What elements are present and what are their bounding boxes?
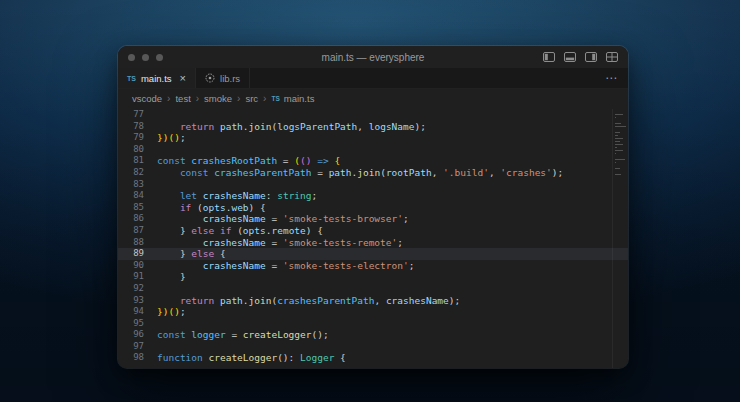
line-content: return path.join(crashesParentPath, cras… [157,295,460,307]
rust-gear-icon [205,73,215,83]
code-line-86[interactable]: 86 crashesName = 'smoke-tests-browser'; [118,213,628,225]
code-line-90[interactable]: 90 crashesName = 'smoke-tests-electron'; [118,260,628,272]
line-content: let crashesName: string; [157,190,317,202]
code-line-78[interactable]: 78 return path.join(logsParentPath, logs… [118,121,628,133]
line-content: const logger = createLogger(); [157,329,329,341]
line-content: crashesName = 'smoke-tests-remote'; [157,237,403,249]
line-number: 98 [118,352,144,364]
code-line-85[interactable]: 85 if (opts.web) { [118,202,628,214]
line-content: const crashesRootPath = (() => { [157,155,340,167]
breadcrumb-item-vscode[interactable]: vscode [132,93,162,104]
code-line-83[interactable]: 83 [118,179,628,191]
code-line-96[interactable]: 96const logger = createLogger(); [118,329,628,341]
minimize-window-button[interactable] [142,54,149,61]
code-line-89[interactable]: 89 } else { [118,248,628,260]
tab-bar: TS main.ts × lib.rs ⋯ [118,68,628,89]
code-line-92[interactable]: 92 [118,283,628,295]
line-number: 94 [118,306,144,318]
line-content: const crashesParentPath = path.join(root… [157,167,563,179]
line-number: 84 [118,190,144,202]
line-content: } [157,271,186,283]
code-line-87[interactable]: 87 } else if (opts.remote) { [118,225,628,237]
line-number: 83 [118,179,144,191]
close-tab-icon[interactable]: × [180,73,186,84]
code-lines: 7778 return path.join(logsParentPath, lo… [118,109,628,364]
code-line-97[interactable]: 97 [118,341,628,353]
typescript-icon: TS [127,75,136,82]
line-number: 89 [118,248,144,260]
code-line-91[interactable]: 91 } [118,271,628,283]
toggle-secondary-sidebar-icon[interactable] [585,52,597,62]
code-line-98[interactable]: 98function createLogger(): Logger { [118,352,628,364]
toggle-panel-icon[interactable] [564,52,576,62]
breadcrumb-separator: › [263,93,266,104]
line-number: 81 [118,155,144,167]
line-number: 82 [118,167,144,179]
line-number: 86 [118,213,144,225]
line-number: 80 [118,144,144,156]
code-line-95[interactable]: 95 [118,318,628,330]
line-number: 85 [118,202,144,214]
line-number: 91 [118,271,144,283]
tab-main-ts[interactable]: TS main.ts × [118,68,196,88]
line-number: 95 [118,318,144,330]
code-editor[interactable]: 7778 return path.join(logsParentPath, lo… [118,107,628,368]
line-content: } else { [157,248,226,260]
desktop-background: main.ts — everysphere TS main.ts [0,0,740,402]
line-content: crashesName = 'smoke-tests-browser'; [157,213,409,225]
titlebar-actions [543,52,618,62]
code-line-93[interactable]: 93 return path.join(crashesParentPath, c… [118,295,628,307]
line-content: } else if (opts.remote) { [157,225,323,237]
code-line-77[interactable]: 77 [118,109,628,121]
line-content: crashesName = 'smoke-tests-electron'; [157,260,414,272]
line-content: })(); [157,132,186,144]
line-number: 93 [118,295,144,307]
code-line-80[interactable]: 80 [118,144,628,156]
code-line-81[interactable]: 81const crashesRootPath = (() => { [118,155,628,167]
line-number: 88 [118,237,144,249]
breadcrumb-separator: › [167,93,170,104]
zoom-window-button[interactable] [156,54,163,61]
line-number: 96 [118,329,144,341]
code-line-82[interactable]: 82 const crashesParentPath = path.join(r… [118,167,628,179]
line-content: return path.join(logsParentPath, logsNam… [157,121,426,133]
breadcrumb-separator: › [237,93,240,104]
close-window-button[interactable] [128,54,135,61]
more-actions-icon[interactable]: ⋯ [595,68,628,88]
titlebar[interactable]: main.ts — everysphere [118,46,628,68]
line-number: 87 [118,225,144,237]
code-line-79[interactable]: 79})(); [118,132,628,144]
line-number: 78 [118,121,144,133]
minimap[interactable] [612,109,627,368]
breadcrumb-item-src[interactable]: src [245,93,258,104]
toggle-primary-sidebar-icon[interactable] [543,52,555,62]
traffic-lights [128,54,163,61]
breadcrumb-item-smoke[interactable]: smoke [204,93,232,104]
breadcrumb-separator: › [196,93,199,104]
tab-label: main.ts [141,73,172,84]
line-number: 79 [118,132,144,144]
tab-label: lib.rs [220,73,240,84]
code-line-84[interactable]: 84 let crashesName: string; [118,190,628,202]
editor-window: main.ts — everysphere TS main.ts [118,46,628,368]
breadcrumb-item-test[interactable]: test [175,93,190,104]
line-number: 77 [118,109,144,121]
line-content: function createLogger(): Logger { [157,352,346,364]
typescript-icon: TS [271,95,279,102]
line-number: 97 [118,341,144,353]
line-number: 92 [118,283,144,295]
code-line-94[interactable]: 94})(); [118,306,628,318]
tab-lib-rs[interactable]: lib.rs [196,68,250,88]
tabbar-spacer [250,68,595,88]
line-content: if (opts.web) { [157,202,266,214]
line-number: 90 [118,260,144,272]
breadcrumbs: vscode › test › smoke › src › TS main.ts [118,89,628,107]
code-line-88[interactable]: 88 crashesName = 'smoke-tests-remote'; [118,237,628,249]
line-content: })(); [157,306,186,318]
breadcrumb-item-main-ts[interactable]: main.ts [284,93,315,104]
customize-layout-icon[interactable] [606,52,618,62]
